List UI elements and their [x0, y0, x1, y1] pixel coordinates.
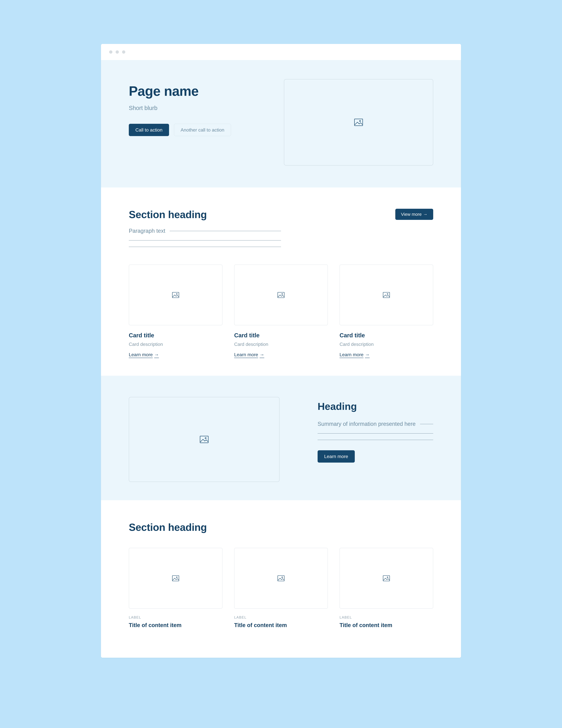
hero-image-placeholder — [284, 79, 433, 166]
content-card: Card title Card description Learn more→ — [129, 265, 223, 357]
highlight-copy: Heading Summary of information presented… — [317, 397, 433, 463]
content-item: LABEL Title of content item — [234, 548, 328, 628]
card-learn-more-link[interactable]: Learn more→ — [339, 352, 370, 357]
svg-rect-4 — [278, 292, 284, 298]
arrow-right-icon: → — [423, 212, 427, 217]
item-label: LABEL — [339, 615, 433, 619]
card-description: Card description — [129, 342, 223, 347]
item-title: Title of content item — [234, 622, 328, 628]
image-icon — [278, 292, 284, 298]
paragraph-line-icon — [317, 433, 433, 434]
highlight-learn-more-button[interactable]: Learn more — [317, 450, 355, 463]
card-learn-more-link[interactable]: Learn more→ — [129, 352, 159, 357]
window-titlebar — [101, 44, 461, 60]
summary-lead-text: Summary of information presented here — [317, 421, 416, 427]
item-label: LABEL — [234, 615, 328, 619]
content-card: Card title Card description Learn more→ — [339, 265, 433, 357]
card-image-placeholder — [234, 265, 328, 325]
paragraph-lead-text: Paragraph text — [129, 228, 165, 234]
image-icon — [354, 119, 363, 126]
window-dot-close-icon[interactable] — [109, 50, 112, 54]
section-heading: Section heading — [129, 209, 281, 220]
svg-rect-14 — [383, 576, 390, 581]
card-title: Card title — [129, 332, 223, 339]
section-head: Section heading Paragraph text View more… — [129, 209, 433, 247]
view-more-button[interactable]: View more→ — [395, 209, 433, 220]
card-image-placeholder — [129, 265, 223, 325]
card-description: Card description — [234, 342, 328, 347]
hero-ctas: Call to action Another call to action — [129, 124, 267, 136]
item-title: Title of content item — [129, 622, 223, 628]
card-description: Card description — [339, 342, 433, 347]
svg-point-13 — [282, 577, 282, 578]
view-more-label: View more — [401, 212, 422, 217]
cta-secondary-button[interactable]: Another call to action — [174, 124, 231, 136]
paragraph-line-icon — [420, 424, 433, 424]
svg-rect-2 — [173, 292, 179, 298]
item-grid: LABEL Title of content item LABEL Title … — [129, 548, 433, 628]
summary-placeholder: Summary of information presented here — [317, 421, 433, 440]
paragraph-line-icon — [129, 247, 281, 247]
section-heading: Section heading — [129, 521, 433, 533]
arrow-right-icon: → — [260, 352, 264, 357]
page-blurb: Short blurb — [129, 105, 267, 111]
cta-primary-button[interactable]: Call to action — [129, 124, 169, 136]
card-learn-more-link[interactable]: Learn more→ — [234, 352, 264, 357]
content-card: Card title Card description Learn more→ — [234, 265, 328, 357]
image-icon — [172, 292, 179, 298]
paragraph-line-icon — [317, 440, 433, 440]
svg-point-3 — [176, 293, 177, 294]
item-image-placeholder — [234, 548, 328, 609]
item-title: Title of content item — [339, 622, 433, 628]
svg-rect-12 — [278, 576, 284, 581]
item-image-placeholder — [129, 548, 223, 609]
paragraph-line-icon — [129, 240, 281, 241]
browser-window: Page name Short blurb Call to action Ano… — [101, 44, 461, 658]
item-label: LABEL — [129, 615, 223, 619]
svg-rect-0 — [354, 119, 363, 126]
card-link-label: Learn more — [234, 352, 258, 357]
hero-copy: Page name Short blurb Call to action Ano… — [129, 79, 267, 166]
svg-point-15 — [387, 577, 388, 578]
card-title: Card title — [234, 332, 328, 339]
card-image-placeholder — [339, 265, 433, 325]
image-icon — [278, 575, 284, 581]
svg-rect-10 — [173, 576, 179, 581]
card-title: Card title — [339, 332, 433, 339]
section-cards: Section heading Paragraph text View more… — [101, 187, 461, 376]
arrow-right-icon: → — [154, 352, 159, 357]
window-dot-min-icon[interactable] — [116, 50, 119, 54]
content-item: LABEL Title of content item — [339, 548, 433, 628]
image-icon — [383, 575, 390, 581]
image-icon — [172, 575, 179, 581]
card-grid: Card title Card description Learn more→ … — [129, 265, 433, 357]
paragraph-placeholder: Paragraph text — [129, 228, 281, 247]
image-icon — [200, 436, 209, 443]
svg-point-7 — [387, 293, 388, 294]
page-title: Page name — [129, 83, 267, 99]
arrow-right-icon: → — [365, 352, 370, 357]
section-content-items: Section heading LABEL Title of content i… — [101, 500, 461, 658]
card-link-label: Learn more — [129, 352, 153, 357]
highlight-image-placeholder — [129, 397, 280, 482]
highlight-section: Heading Summary of information presented… — [101, 376, 461, 500]
hero-section: Page name Short blurb Call to action Ano… — [101, 60, 461, 187]
svg-rect-6 — [383, 292, 390, 298]
content-item: LABEL Title of content item — [129, 548, 223, 628]
svg-point-11 — [176, 577, 177, 578]
svg-point-1 — [359, 120, 360, 122]
svg-rect-8 — [200, 436, 208, 443]
card-link-label: Learn more — [339, 352, 363, 357]
highlight-heading: Heading — [317, 401, 433, 412]
image-icon — [383, 292, 390, 298]
item-image-placeholder — [339, 548, 433, 609]
window-dot-max-icon[interactable] — [122, 50, 125, 54]
svg-point-5 — [282, 293, 282, 294]
svg-point-9 — [205, 438, 206, 439]
